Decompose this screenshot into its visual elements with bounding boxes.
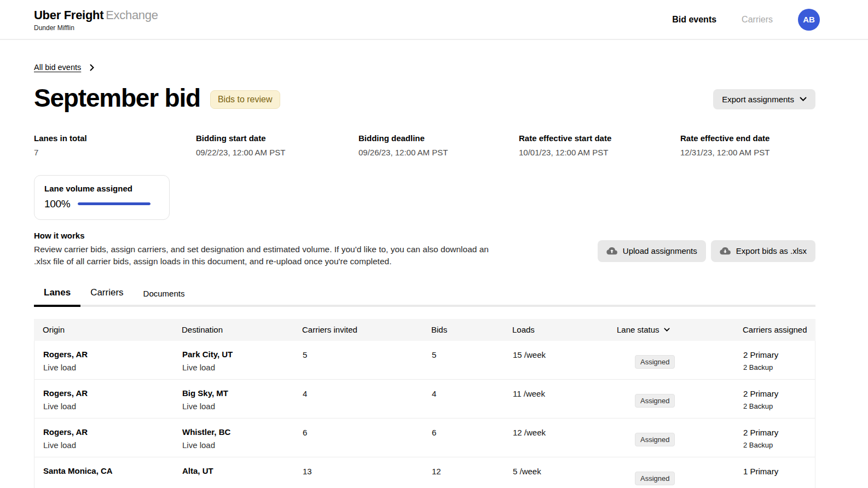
column-header-destination: Destination <box>173 325 293 334</box>
stat-label: Bidding start date <box>196 133 358 143</box>
upload-assignments-label: Upload assignments <box>623 246 697 255</box>
carriers-invited-cell: 4 <box>294 387 423 418</box>
how-it-works-row: How it works Review carrier bids, assign… <box>34 231 815 268</box>
stat-label: Rate effective end date <box>680 133 815 143</box>
app-header: Uber FreightExchange Dunder Mifflin Bid … <box>0 0 868 40</box>
tab-lanes[interactable]: Lanes <box>34 287 80 307</box>
column-header-loads: Loads <box>504 325 608 334</box>
cloud-download-icon <box>720 246 731 257</box>
carriers-invited-cell: 6 <box>294 426 423 457</box>
avatar[interactable]: AB <box>798 9 820 31</box>
primary-count: 2 Primary <box>743 387 815 400</box>
chevron-right-icon <box>90 64 95 71</box>
origin-cell: Rogers, AR Live load <box>34 426 173 457</box>
export-assignments-button[interactable]: Export assignments <box>713 89 815 109</box>
primary-count: 2 Primary <box>743 348 815 361</box>
loads-cell: 12 /week <box>504 426 609 457</box>
stat-value: 09/22/23, 12:00 AM PST <box>196 148 358 157</box>
tab-documents[interactable]: Documents <box>134 289 195 307</box>
cloud-upload-icon <box>606 246 617 257</box>
upload-assignments-button[interactable]: Upload assignments <box>598 240 706 262</box>
destination-city: Park City, UT <box>182 348 294 361</box>
destination-city: Whistler, BC <box>182 426 294 438</box>
table-row[interactable]: Rogers, AR Live load Whistler, BC Live l… <box>34 419 815 457</box>
how-it-works: How it works Review carrier bids, assign… <box>34 231 491 268</box>
bids-cell: 5 <box>423 348 504 379</box>
export-bids-label: Export bids as .xlsx <box>736 246 807 255</box>
status-badge: Bids to review <box>210 90 280 109</box>
lane-status-label: Lane status <box>617 325 659 334</box>
carriers-assigned-cell: 2 Primary 2 Backup <box>734 426 815 457</box>
table-row[interactable]: Santa Monica, CA Alta, UT 13 12 5 /week … <box>34 457 815 488</box>
stat-value: 09/26/23, 12:00 AM PST <box>358 148 519 157</box>
backup-count: 2 Backup <box>743 441 815 449</box>
nav-carriers[interactable]: Carriers <box>742 15 773 25</box>
table-row[interactable]: Rogers, AR Live load Park City, UT Live … <box>34 341 815 380</box>
stat-bidding-start: Bidding start date 09/22/23, 12:00 AM PS… <box>196 133 358 157</box>
primary-count: 2 Primary <box>743 426 815 439</box>
origin-city: Santa Monica, CA <box>43 465 173 477</box>
stat-rate-end: Rate effective end date 12/31/23, 12:00 … <box>680 133 815 157</box>
backup-count: 2 Backup <box>743 363 815 371</box>
loads-cell: 11 /week <box>504 387 609 418</box>
export-assignments-label: Export assignments <box>722 95 794 104</box>
title-row: September bid Bids to review Export assi… <box>34 84 815 113</box>
chevron-down-icon <box>800 97 807 102</box>
loads-cell: 15 /week <box>504 348 609 379</box>
bids-cell: 4 <box>423 387 504 418</box>
origin-city: Rogers, AR <box>43 387 173 399</box>
volume-progress-fill <box>78 202 151 205</box>
column-header-lane-status[interactable]: Lane status <box>608 325 734 334</box>
destination-load-type: Live load <box>182 400 294 413</box>
nav-bid-events[interactable]: Bid events <box>672 15 716 25</box>
origin-cell: Santa Monica, CA <box>34 465 173 488</box>
stat-value: 12/31/23, 12:00 AM PST <box>680 148 815 157</box>
destination-load-type: Live load <box>182 439 294 451</box>
tab-carriers[interactable]: Carriers <box>80 287 133 307</box>
stat-rate-start: Rate effective start date 10/01/23, 12:0… <box>519 133 680 157</box>
brand-logo: Uber FreightExchange <box>34 8 158 22</box>
destination-cell: Alta, UT <box>173 465 294 488</box>
carriers-assigned-cell: 1 Primary <box>734 465 815 488</box>
assigned-badge: Assigned <box>635 355 675 369</box>
carriers-assigned-cell: 2 Primary 2 Backup <box>734 387 815 418</box>
chevron-down-icon <box>664 328 670 332</box>
loads-cell: 5 /week <box>504 465 609 488</box>
origin-load-type: Live load <box>43 362 173 374</box>
brand-block[interactable]: Uber FreightExchange Dunder Mifflin <box>34 7 158 32</box>
tab-bar: Lanes Carriers Documents <box>34 287 815 307</box>
bids-cell: 6 <box>423 426 504 457</box>
stat-value: 7 <box>34 148 196 157</box>
origin-city: Rogers, AR <box>43 348 173 361</box>
stat-label: Bidding deadline <box>358 133 519 143</box>
assigned-badge: Assigned <box>635 394 675 408</box>
origin-city: Rogers, AR <box>43 426 173 438</box>
bid-stats-row: Lanes in total 7 Bidding start date 09/2… <box>34 133 815 157</box>
how-it-works-body: Review carrier bids, assign carriers, an… <box>34 243 491 268</box>
lane-volume-percent: 100% <box>44 198 70 210</box>
breadcrumb-all-bid-events[interactable]: All bid events <box>34 63 81 72</box>
origin-cell: Rogers, AR Live load <box>34 387 173 418</box>
destination-load-type: Live load <box>182 362 294 374</box>
origin-load-type: Live load <box>43 400 173 413</box>
origin-cell: Rogers, AR Live load <box>34 348 173 379</box>
account-name: Dunder Mifflin <box>34 24 158 32</box>
destination-city: Alta, UT <box>182 465 294 477</box>
top-navigation: Bid events Carriers AB <box>672 9 820 31</box>
stat-bidding-deadline: Bidding deadline 09/26/23, 12:00 AM PST <box>358 133 519 157</box>
carriers-invited-cell: 5 <box>294 348 423 379</box>
lane-status-cell: Assigned <box>609 387 734 418</box>
table-body: Rogers, AR Live load Park City, UT Live … <box>34 341 815 488</box>
destination-cell: Whistler, BC Live load <box>173 426 294 457</box>
stat-value: 10/01/23, 12:00 AM PST <box>519 148 680 157</box>
export-bids-button[interactable]: Export bids as .xlsx <box>711 240 815 262</box>
progress-track <box>78 202 151 205</box>
breadcrumb: All bid events <box>34 63 815 72</box>
brand-suffix: Exchange <box>106 8 158 22</box>
how-it-works-title: How it works <box>34 231 491 240</box>
table-header: Origin Destination Carriers invited Bids… <box>34 319 815 341</box>
origin-load-type: Live load <box>43 439 173 451</box>
table-row[interactable]: Rogers, AR Live load Big Sky, MT Live lo… <box>34 380 815 419</box>
column-header-origin: Origin <box>34 325 173 334</box>
assigned-badge: Assigned <box>635 433 675 446</box>
